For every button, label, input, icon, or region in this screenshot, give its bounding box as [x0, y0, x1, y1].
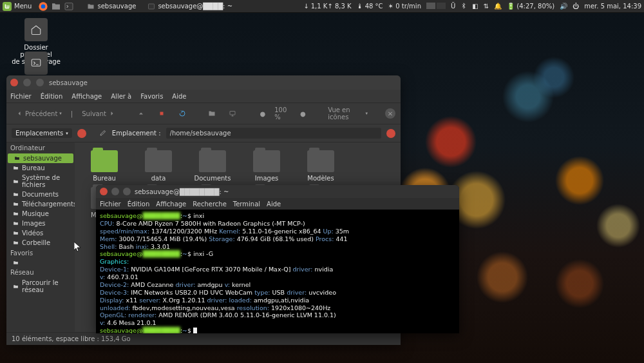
menu-affichage[interactable]: Affichage [156, 201, 186, 208]
reload-button[interactable] [175, 108, 190, 119]
menu-favoris[interactable]: Favoris [140, 93, 163, 100]
sidebar-item[interactable]: Parcourir le réseau [6, 278, 75, 295]
bluetooth-icon[interactable] [460, 2, 467, 11]
folder-label: Documents [188, 175, 237, 182]
top-panel: Menu sebsauvage sebsauvage@████: ~ ↓ 1,1… [0, 0, 644, 13]
menu-aide[interactable]: Aide [172, 93, 186, 100]
sidebar-heading: Réseau [6, 267, 75, 278]
computer-button[interactable] [225, 108, 240, 119]
places-dropdown[interactable]: Emplacements ▾ [12, 128, 72, 138]
location-input[interactable] [166, 128, 381, 139]
sidebar-item[interactable]: Vidéos [6, 228, 75, 238]
sidebar-item-label: Système de fichiers [22, 174, 71, 188]
taskbar-item-filemanager[interactable]: sebsauvage [83, 3, 140, 10]
notifications-icon[interactable]: 🔔 [494, 3, 502, 10]
fm-titlebar[interactable]: sebsauvage [6, 75, 401, 90]
menu-label: Menu [14, 3, 32, 10]
temperature-indicator[interactable]: 🌡 48 °C [357, 3, 383, 10]
menu-édition[interactable]: Édition [128, 201, 150, 208]
sidebar-item[interactable]: Documents [6, 190, 75, 199]
close-location-button[interactable] [386, 129, 395, 138]
close-icon[interactable] [100, 188, 108, 195]
task-label: sebsauvage@████: ~ [158, 3, 232, 10]
folder-icon [13, 165, 19, 171]
stop-button[interactable] [154, 108, 169, 119]
sidebar-item[interactable]: Système de fichiers [6, 173, 75, 190]
menu-terminal[interactable]: Terminal [233, 201, 260, 208]
arrow-up-icon [137, 110, 145, 117]
folder-icon [13, 284, 19, 289]
folder-icon [13, 179, 19, 184]
home-button[interactable] [204, 108, 220, 119]
folder-label: Bureau [80, 175, 129, 182]
stop-icon [158, 110, 166, 117]
mint-logo-icon [3, 2, 12, 11]
files-launcher[interactable] [51, 1, 61, 12]
terminal-launcher[interactable] [64, 1, 74, 12]
system-tray: ↓ 1,1 K↑ 8,3 K 🌡 48 °C ✶ 0 tr/min Ü ◧ ⇅ … [303, 2, 641, 11]
folder-item[interactable]: Modèles [296, 150, 345, 182]
network-icon[interactable]: ⇅ [484, 3, 489, 10]
maximize-icon[interactable] [36, 79, 44, 86]
power-icon[interactable]: ⏻ [573, 3, 579, 10]
minimize-icon[interactable] [111, 188, 119, 195]
folder-icon [13, 201, 19, 207]
minimize-icon[interactable] [23, 79, 31, 86]
sidebar-item[interactable]: Musique [6, 209, 75, 219]
workspace-switcher[interactable] [426, 3, 446, 10]
sidebar-item-label: Documents [22, 191, 59, 198]
folder-item[interactable]: Images [242, 150, 291, 182]
folder-icon [253, 150, 280, 172]
sidebar-item[interactable]: Bureau [6, 163, 75, 173]
folder-item[interactable]: Bureau [80, 150, 129, 182]
volume-icon[interactable]: 🔊 [560, 3, 567, 10]
up-button[interactable] [133, 108, 149, 119]
folder-item[interactable]: data [134, 150, 183, 182]
terminal-icon [147, 3, 155, 10]
firefox-launcher[interactable] [38, 1, 48, 12]
view-mode-dropdown[interactable]: Vue en icônes ▾ [324, 104, 372, 123]
zoom-out-button[interactable]: ● [256, 108, 269, 119]
svg-rect-4 [426, 3, 435, 9]
svg-rect-5 [437, 3, 446, 9]
folder-item[interactable]: Documents [188, 150, 237, 182]
sidebar-item[interactable] [6, 259, 75, 267]
sidebar-item-label: Parcourir le réseau [22, 279, 71, 293]
arrow-left-icon [15, 110, 23, 117]
menu-fichier[interactable]: Fichier [10, 93, 32, 100]
usb-icon[interactable]: Ü [451, 3, 455, 10]
forward-button[interactable]: Suivant [78, 108, 120, 119]
task-label: sebsauvage [97, 3, 136, 10]
menu-recherche[interactable]: Recherche [193, 201, 227, 208]
zoom-level: 100 % [274, 106, 291, 121]
menu-affichage[interactable]: Affichage [71, 93, 102, 100]
menu-aller à[interactable]: Aller à [111, 93, 131, 100]
terminal-window: sebsauvage@████████: ~ FichierÉditionAff… [96, 185, 459, 333]
zoom-in-button[interactable]: ● [296, 108, 310, 119]
taskbar-item-terminal[interactable]: sebsauvage@████: ~ [144, 3, 236, 10]
netspeed-indicator[interactable]: ↓ 1,1 K↑ 8,3 K [303, 3, 351, 10]
maximize-icon[interactable] [123, 188, 131, 195]
applications-menu[interactable]: Menu [3, 2, 32, 11]
svg-rect-6 [32, 59, 41, 66]
sidebar-item[interactable]: Images [6, 219, 75, 228]
arrow-right-icon [108, 110, 116, 117]
menu-fichier[interactable]: Fichier [100, 201, 121, 208]
close-icon[interactable] [10, 79, 18, 86]
close-sidebar-button[interactable] [77, 129, 86, 138]
search-button[interactable]: ✕ [385, 108, 395, 119]
sidebar-item[interactable]: Corbeille [6, 238, 75, 248]
battery-indicator[interactable]: 🔋 (4:27, 80%) [507, 3, 554, 10]
folder-icon [91, 150, 118, 172]
sidebar-item[interactable]: sebsauvage [8, 153, 73, 163]
term-titlebar[interactable]: sebsauvage@████████: ~ [96, 185, 459, 198]
nvidia-icon[interactable]: ◧ [472, 3, 478, 10]
menu-édition[interactable]: Édition [41, 93, 63, 100]
sidebar-item[interactable]: Téléchargements [6, 199, 75, 209]
terminal-output[interactable]: sebsauvage@████████:~$ inxiCPU: 8-Core A… [96, 210, 459, 333]
back-button[interactable]: Précédent▾ [12, 108, 66, 119]
edit-location-button[interactable] [99, 129, 107, 138]
clock[interactable]: mer. 5 mai, 14:39 [584, 3, 641, 10]
menu-aide[interactable]: Aide [267, 201, 281, 208]
fan-indicator[interactable]: ✶ 0 tr/min [388, 3, 421, 10]
